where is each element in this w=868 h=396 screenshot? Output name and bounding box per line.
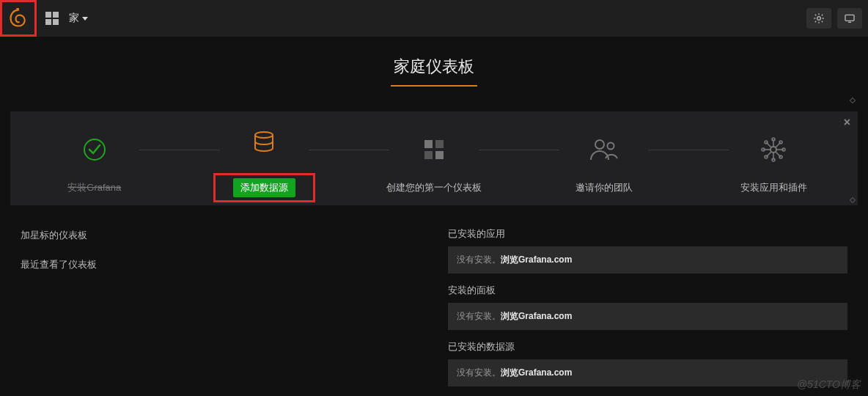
svg-rect-1 — [845, 15, 854, 21]
svg-point-8 — [595, 140, 604, 149]
gs-step-label: 安装Grafana — [67, 181, 121, 194]
gs-step-label: 邀请你的团队 — [575, 181, 633, 194]
gs-step-label: 安装应用和插件 — [740, 181, 807, 194]
browse-action[interactable]: 浏览 — [501, 367, 518, 378]
svg-point-10 — [770, 147, 776, 153]
browse-action[interactable]: 浏览 — [501, 254, 518, 265]
recent-dashboards-link[interactable]: 最近查看了仪表板 — [21, 254, 420, 283]
grafana-com-link[interactable]: Grafana.com — [518, 311, 572, 321]
users-icon — [589, 134, 619, 165]
gs-step-add-datasource[interactable]: 添加数据源 — [198, 122, 331, 202]
installed-apps-title: 已安装的应用 — [448, 227, 847, 241]
starred-dashboards-link[interactable]: 加星标的仪表板 — [21, 224, 420, 254]
resize-handle-icon — [850, 98, 856, 103]
chevron-down-icon — [82, 17, 88, 21]
dashboard-picker-label: 家 — [69, 12, 79, 25]
svg-point-3 — [255, 132, 273, 138]
gs-step-invite-team[interactable]: 邀请你的团队 — [537, 130, 671, 194]
svg-rect-4 — [424, 140, 433, 148]
panels-icon — [423, 134, 445, 165]
info-prefix: 没有安装。 — [457, 367, 501, 378]
add-datasource-highlight: 添加数据源 — [213, 173, 315, 202]
grafana-logo[interactable] — [0, 0, 37, 37]
watermark: @51CTO博客 — [797, 378, 861, 392]
browse-action[interactable]: 浏览 — [501, 311, 518, 321]
cycle-view-button[interactable] — [837, 8, 862, 29]
gs-step-install: 安装Grafana — [28, 130, 161, 194]
resize-handle-icon — [850, 197, 856, 203]
svg-rect-7 — [435, 151, 444, 159]
database-icon — [251, 126, 277, 157]
home-panels: 加星标的仪表板 最近查看了仪表板 已安装的应用 没有安装。浏览Grafana.c… — [10, 214, 858, 396]
installed-panels-box: 没有安装。浏览Grafana.com — [448, 303, 847, 330]
check-circle-icon — [81, 134, 108, 165]
installed-datasources-title: 已安装的数据源 — [448, 340, 847, 353]
topbar: 家 — [0, 0, 868, 37]
grafana-logo-icon — [8, 8, 29, 29]
page-body: 家庭仪表板 × 安装Grafana 添加数据源 — [0, 44, 868, 396]
installed-panels-title: 安装的面板 — [448, 284, 847, 297]
installed-apps-box: 没有安装。浏览Grafana.com — [448, 246, 847, 274]
dashboards-list-panel: 加星标的仪表板 最近查看了仪表板 — [10, 214, 430, 396]
add-datasource-button[interactable]: 添加数据源 — [233, 178, 295, 197]
plugins-icon — [760, 134, 787, 165]
svg-point-9 — [607, 143, 614, 150]
gs-step-create-dashboard[interactable]: 创建您的第一个仪表板 — [367, 130, 501, 194]
gear-icon — [813, 12, 825, 24]
svg-rect-6 — [424, 151, 433, 159]
info-prefix: 没有安装。 — [457, 311, 501, 321]
info-prefix: 没有安装。 — [457, 254, 501, 265]
dashboard-picker[interactable]: 家 — [69, 12, 88, 25]
grid-icon — [45, 12, 59, 25]
page-title: 家庭仪表板 — [391, 51, 477, 87]
grafana-com-link[interactable]: Grafana.com — [518, 254, 572, 265]
getting-started-panel: × 安装Grafana 添加数据源 — [10, 111, 858, 205]
svg-point-0 — [817, 17, 821, 21]
dashboards-grid-button[interactable] — [41, 7, 63, 29]
installed-lists-panel: 已安装的应用 没有安装。浏览Grafana.com 安装的面板 没有安装。浏览G… — [438, 214, 858, 396]
settings-button[interactable] — [806, 8, 831, 29]
monitor-icon — [844, 12, 856, 24]
grafana-com-link[interactable]: Grafana.com — [518, 367, 572, 378]
svg-point-2 — [84, 139, 105, 160]
gs-step-install-plugins[interactable]: 安装应用和插件 — [707, 130, 840, 194]
close-getting-started[interactable]: × — [844, 116, 850, 129]
svg-rect-5 — [435, 140, 444, 148]
gs-step-label: 创建您的第一个仪表板 — [386, 181, 482, 194]
installed-datasources-box: 没有安装。浏览Grafana.com — [448, 359, 847, 386]
